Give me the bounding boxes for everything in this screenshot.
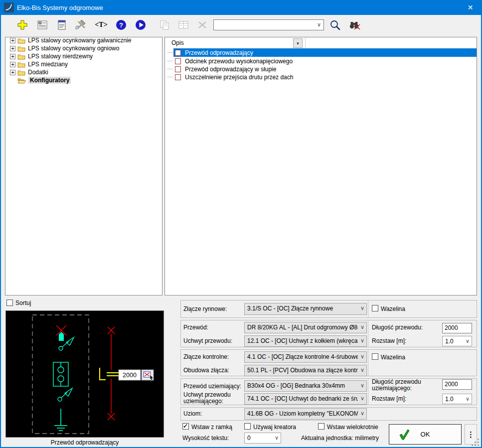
tree-item-konfiguratory[interactable]: Konfiguratory bbox=[17, 76, 71, 84]
search-button[interactable] bbox=[328, 18, 341, 31]
uziom-select[interactable]: 41.6B OG - Uziom kompletny "ELKONOMIC" Ø… bbox=[244, 408, 367, 420]
preview-canvas: 2000 bbox=[5, 310, 164, 438]
zlacze-rynnowe-select[interactable]: 3.1/S OC - [OC] Złącze rynnowe ∨ bbox=[244, 303, 367, 315]
rozstaw-select-2[interactable]: 1.0 ∨ bbox=[442, 394, 472, 404]
dlugosc-przewodu-input[interactable]: 2000 bbox=[442, 323, 472, 333]
dimension-line bbox=[108, 327, 115, 420]
find-cancel-button[interactable] bbox=[348, 18, 361, 31]
text-button[interactable]: <T> bbox=[95, 18, 108, 31]
cad-preview-drawing: 2000 bbox=[6, 311, 163, 437]
text-tool-icon: <T> bbox=[95, 21, 107, 29]
zlacze-kontrolne-select[interactable]: 4.1 OC - [OC] Złącze kontrolne 4-śrubowe… bbox=[244, 351, 367, 363]
expand-plus-icon[interactable] bbox=[10, 62, 15, 67]
dropdown-arrow-icon: ▾ bbox=[297, 41, 299, 46]
tree-item-lps-ogniowo[interactable]: LPS stalowy ocynkowany ogniowo bbox=[10, 44, 119, 52]
expand-plus-icon[interactable] bbox=[10, 54, 15, 59]
tree-item-dodatki[interactable]: Dodatki bbox=[10, 68, 48, 76]
window-title: Elko-Bis Systemy odgromowe bbox=[17, 4, 103, 11]
rozstaw-select-1[interactable]: 1.0 ∨ bbox=[442, 336, 472, 346]
folder-icon bbox=[17, 61, 25, 68]
expand-plus-icon[interactable] bbox=[10, 70, 15, 75]
folder-icon bbox=[17, 53, 25, 60]
title-bar: Elko-Bis Systemy odgromowe ✕ bbox=[0, 0, 482, 15]
close-button[interactable]: ✕ bbox=[459, 0, 482, 15]
direction-arrow-bottom bbox=[58, 388, 72, 401]
przewod-select[interactable]: DR 8/20KG AL - [AL] Drut odgromowy Ø8mm … bbox=[244, 322, 367, 333]
rozstaw-label-1: Rozstaw [m]: bbox=[372, 337, 406, 344]
dlugosc-uziemiajacego-input[interactable]: 2000 bbox=[442, 379, 472, 390]
tools-button[interactable] bbox=[75, 18, 88, 31]
wysokosc-tekstu-label: Wysokość tekstu: bbox=[182, 435, 229, 442]
card-view-button[interactable] bbox=[36, 18, 49, 31]
help-icon: ? bbox=[116, 19, 127, 30]
dlugosc-uziemiajacego-label: Długość przewodu uziemiającego: bbox=[372, 379, 439, 392]
item-checkbox-icon[interactable] bbox=[175, 74, 181, 80]
wstaw-wielokrotnie-checkbox[interactable] bbox=[318, 423, 324, 430]
copy-button[interactable] bbox=[158, 18, 171, 31]
chevron-down-icon[interactable]: ∨ bbox=[317, 21, 321, 28]
wazelina-checkbox-1[interactable] bbox=[372, 305, 378, 311]
wstaw-z-ramka-checkbox[interactable] bbox=[182, 423, 189, 430]
add-button[interactable] bbox=[16, 18, 29, 31]
group-divider bbox=[368, 300, 368, 318]
close-icon: ✕ bbox=[468, 3, 474, 11]
list-item-przewod-odprowadzajacy[interactable]: Przewód odprowadzający bbox=[173, 48, 477, 57]
przewod-label: Przewód: bbox=[183, 324, 208, 331]
tree-item-lps-galwanicznie[interactable]: LPS stalowy ocynkowany galwanicznie bbox=[10, 36, 131, 44]
header-divider bbox=[305, 38, 306, 48]
expand-plus-icon[interactable] bbox=[10, 46, 15, 51]
expand-plus-icon[interactable] bbox=[10, 38, 15, 43]
list-header: Opis bbox=[171, 39, 184, 46]
green-check-icon bbox=[398, 428, 411, 441]
uchwyt-uziemiajacego-label: Uchwyt przewodu uziemiającego: bbox=[183, 392, 242, 405]
dimension-value-box[interactable]: 2000 bbox=[119, 370, 141, 380]
delete-button[interactable] bbox=[196, 18, 209, 31]
item-checkbox-icon[interactable] bbox=[175, 58, 181, 64]
ok-button[interactable]: OK bbox=[389, 424, 462, 445]
dimension-value: 2000 bbox=[123, 372, 137, 379]
run-button[interactable] bbox=[134, 18, 147, 31]
search-input[interactable] bbox=[215, 20, 316, 30]
group-divider bbox=[368, 378, 368, 405]
cyan-pin-symbol bbox=[59, 332, 64, 341]
tree-item-lps-miedziany[interactable]: LPS miedziany bbox=[10, 60, 68, 68]
dimension-edit-button[interactable] bbox=[142, 370, 154, 381]
list-header-dropdown-button[interactable]: ▾ bbox=[293, 38, 303, 48]
uchwyt-przewodu-select[interactable]: 12.1 OC - [OC] Uchwyt z kołkiem (wkręcan… bbox=[244, 335, 367, 347]
description-button[interactable] bbox=[55, 18, 68, 31]
resize-grip[interactable] bbox=[472, 439, 480, 446]
combo-value: DR 8/20KG AL - [AL] Drut odgromowy Ø8mm … bbox=[247, 324, 358, 331]
form-icon bbox=[36, 19, 48, 31]
uchwyt-uziemiajacego-select[interactable]: 74.1 OC - [OC] Uchwyt do bednarki ze śru… bbox=[244, 393, 367, 405]
wysokosc-tekstu-select[interactable]: 0 ∨ bbox=[244, 433, 281, 444]
uzywaj-kreatora-checkbox[interactable] bbox=[244, 423, 251, 430]
details-icon bbox=[177, 19, 189, 31]
list-item-label: Uszczelnienie przejścia drutu przez dach bbox=[185, 74, 293, 81]
list-item-przewod-w-slupie[interactable]: Przewód odprowadzający w słupie bbox=[173, 65, 477, 73]
search-combo[interactable]: ∨ bbox=[213, 19, 324, 30]
sortuj-checkbox[interactable] bbox=[6, 299, 13, 306]
przewod-uziemiajacy-label: Przewód uziemiający: bbox=[183, 383, 241, 390]
combo-value: 12.1 OC - [OC] Uchwyt z kołkiem (wkręcan… bbox=[247, 337, 358, 344]
properties-button[interactable] bbox=[177, 18, 190, 31]
chevron-down-icon: ∨ bbox=[360, 382, 364, 389]
sortuj-label: Sortuj bbox=[15, 299, 31, 306]
chevron-down-icon: ∨ bbox=[360, 324, 364, 330]
list-item-label: Przewód odprowadzający w słupie bbox=[185, 66, 276, 73]
przewod-uziemiajacy-select[interactable]: B30x4 OG - [OG] Bednarka 30x4mm ∨ bbox=[244, 380, 367, 392]
list-item-odcinek-przewodu[interactable]: Odcinek przewodu wysokonapięciowego bbox=[173, 57, 477, 65]
combo-value: 41.6B OG - Uziom kompletny "ELKONOMIC" Ø bbox=[247, 410, 358, 417]
chevron-down-icon: ∨ bbox=[360, 353, 364, 360]
list-item-uszczelnienie[interactable]: Uszczelnienie przejścia drutu przez dach bbox=[173, 73, 477, 81]
item-checkbox-icon[interactable] bbox=[175, 66, 181, 72]
dlugosc-przewodu-label: Długość przewodu: bbox=[372, 324, 423, 331]
binoculars-x-icon bbox=[348, 19, 361, 31]
uziom-label: Uziom: bbox=[183, 410, 202, 417]
chevron-down-icon: ∨ bbox=[360, 337, 364, 344]
open-folder-icon bbox=[17, 77, 26, 84]
obudowa-zlacza-select[interactable]: 50.1 PL - [PCV] Obudowa na złącze kontro… bbox=[244, 365, 367, 376]
item-checkbox-icon[interactable] bbox=[175, 50, 181, 56]
help-button[interactable]: ? bbox=[115, 18, 128, 31]
wazelina-checkbox-2[interactable] bbox=[372, 353, 378, 360]
tree-item-lps-nierdzewny[interactable]: LPS stalowy nierdzewny bbox=[10, 52, 93, 60]
